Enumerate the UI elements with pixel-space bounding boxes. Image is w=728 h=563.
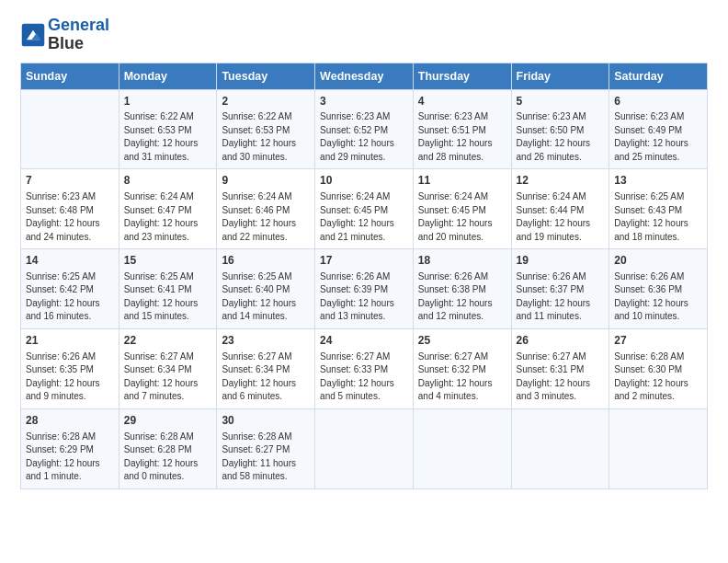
day-detail: Sunrise: 6:23 AM Sunset: 6:48 PM Dayligh… (26, 190, 114, 244)
day-number: 12 (517, 173, 605, 189)
day-number: 15 (124, 253, 212, 269)
calendar-week-row: 21Sunrise: 6:26 AM Sunset: 6:35 PM Dayli… (21, 328, 708, 408)
day-number: 24 (320, 333, 408, 349)
calendar-cell (511, 408, 609, 488)
day-detail: Sunrise: 6:23 AM Sunset: 6:52 PM Dayligh… (320, 110, 408, 164)
day-detail: Sunrise: 6:27 AM Sunset: 6:32 PM Dayligh… (418, 350, 506, 404)
day-number: 20 (614, 253, 702, 269)
day-number: 13 (614, 173, 702, 189)
day-number: 1 (124, 94, 212, 109)
logo-icon (20, 22, 46, 48)
calendar-cell: 27Sunrise: 6:28 AM Sunset: 6:30 PM Dayli… (609, 328, 708, 408)
calendar-cell: 13Sunrise: 6:25 AM Sunset: 6:43 PM Dayli… (609, 169, 708, 249)
day-detail: Sunrise: 6:26 AM Sunset: 6:35 PM Dayligh… (26, 350, 114, 404)
col-header-tuesday: Tuesday (217, 63, 315, 89)
day-number: 5 (517, 94, 605, 109)
day-detail: Sunrise: 6:25 AM Sunset: 6:43 PM Dayligh… (614, 190, 702, 244)
day-detail: Sunrise: 6:28 AM Sunset: 6:27 PM Dayligh… (222, 431, 310, 484)
col-header-sunday: Sunday (21, 63, 119, 89)
day-detail: Sunrise: 6:24 AM Sunset: 6:47 PM Dayligh… (124, 190, 212, 244)
calendar-cell: 21Sunrise: 6:26 AM Sunset: 6:35 PM Dayli… (21, 328, 119, 408)
day-number: 2 (222, 94, 310, 109)
calendar-cell: 1Sunrise: 6:22 AM Sunset: 6:53 PM Daylig… (119, 89, 217, 169)
day-detail: Sunrise: 6:24 AM Sunset: 6:45 PM Dayligh… (320, 190, 408, 244)
day-detail: Sunrise: 6:24 AM Sunset: 6:46 PM Dayligh… (222, 190, 310, 244)
calendar: SundayMondayTuesdayWednesdayThursdayFrid… (20, 63, 708, 489)
calendar-cell (413, 408, 511, 488)
day-detail: Sunrise: 6:28 AM Sunset: 6:29 PM Dayligh… (26, 431, 114, 484)
day-number: 17 (320, 253, 408, 269)
day-detail: Sunrise: 6:23 AM Sunset: 6:49 PM Dayligh… (614, 110, 702, 164)
day-detail: Sunrise: 6:23 AM Sunset: 6:50 PM Dayligh… (517, 110, 605, 164)
calendar-cell: 9Sunrise: 6:24 AM Sunset: 6:46 PM Daylig… (217, 169, 315, 249)
day-number: 6 (614, 94, 702, 109)
day-detail: Sunrise: 6:23 AM Sunset: 6:51 PM Dayligh… (418, 110, 506, 164)
calendar-cell (21, 89, 119, 169)
day-detail: Sunrise: 6:26 AM Sunset: 6:36 PM Dayligh… (614, 270, 702, 324)
day-number: 30 (222, 413, 310, 429)
logo: General Blue (20, 17, 109, 53)
calendar-week-row: 28Sunrise: 6:28 AM Sunset: 6:29 PM Dayli… (21, 408, 708, 488)
day-number: 29 (124, 413, 212, 429)
col-header-saturday: Saturday (609, 63, 708, 89)
day-detail: Sunrise: 6:26 AM Sunset: 6:37 PM Dayligh… (517, 270, 605, 324)
col-header-thursday: Thursday (413, 63, 511, 89)
day-detail: Sunrise: 6:25 AM Sunset: 6:42 PM Dayligh… (26, 270, 114, 324)
calendar-cell: 30Sunrise: 6:28 AM Sunset: 6:27 PM Dayli… (217, 408, 315, 488)
calendar-cell: 12Sunrise: 6:24 AM Sunset: 6:44 PM Dayli… (511, 169, 609, 249)
calendar-cell: 26Sunrise: 6:27 AM Sunset: 6:31 PM Dayli… (511, 328, 609, 408)
calendar-cell (609, 408, 708, 488)
day-number: 28 (26, 413, 114, 429)
calendar-cell: 10Sunrise: 6:24 AM Sunset: 6:45 PM Dayli… (315, 169, 414, 249)
page-header: General Blue (20, 17, 708, 53)
calendar-week-row: 7Sunrise: 6:23 AM Sunset: 6:48 PM Daylig… (21, 169, 708, 249)
day-number: 3 (320, 94, 408, 109)
calendar-cell: 25Sunrise: 6:27 AM Sunset: 6:32 PM Dayli… (413, 328, 511, 408)
calendar-cell: 7Sunrise: 6:23 AM Sunset: 6:48 PM Daylig… (21, 169, 119, 249)
day-number: 18 (418, 253, 506, 269)
day-number: 26 (517, 333, 605, 349)
day-number: 23 (222, 333, 310, 349)
day-number: 16 (222, 253, 310, 269)
day-detail: Sunrise: 6:27 AM Sunset: 6:34 PM Dayligh… (124, 350, 212, 404)
calendar-cell: 5Sunrise: 6:23 AM Sunset: 6:50 PM Daylig… (511, 89, 609, 169)
calendar-cell: 24Sunrise: 6:27 AM Sunset: 6:33 PM Dayli… (315, 328, 414, 408)
day-number: 19 (517, 253, 605, 269)
day-detail: Sunrise: 6:25 AM Sunset: 6:41 PM Dayligh… (124, 270, 212, 324)
day-number: 9 (222, 173, 310, 189)
day-detail: Sunrise: 6:26 AM Sunset: 6:39 PM Dayligh… (320, 270, 408, 324)
calendar-cell: 20Sunrise: 6:26 AM Sunset: 6:36 PM Dayli… (609, 249, 708, 329)
calendar-cell: 6Sunrise: 6:23 AM Sunset: 6:49 PM Daylig… (609, 89, 708, 169)
calendar-week-row: 1Sunrise: 6:22 AM Sunset: 6:53 PM Daylig… (21, 89, 708, 169)
calendar-cell: 22Sunrise: 6:27 AM Sunset: 6:34 PM Dayli… (119, 328, 217, 408)
calendar-cell: 2Sunrise: 6:22 AM Sunset: 6:53 PM Daylig… (217, 89, 315, 169)
day-detail: Sunrise: 6:22 AM Sunset: 6:53 PM Dayligh… (222, 110, 310, 164)
day-number: 21 (26, 333, 114, 349)
day-number: 4 (418, 94, 506, 109)
calendar-cell: 3Sunrise: 6:23 AM Sunset: 6:52 PM Daylig… (315, 89, 414, 169)
day-detail: Sunrise: 6:28 AM Sunset: 6:28 PM Dayligh… (124, 431, 212, 484)
day-number: 22 (124, 333, 212, 349)
day-number: 7 (26, 173, 114, 189)
calendar-cell: 8Sunrise: 6:24 AM Sunset: 6:47 PM Daylig… (119, 169, 217, 249)
day-detail: Sunrise: 6:27 AM Sunset: 6:34 PM Dayligh… (222, 350, 310, 404)
col-header-monday: Monday (119, 63, 217, 89)
calendar-cell: 17Sunrise: 6:26 AM Sunset: 6:39 PM Dayli… (315, 249, 414, 329)
day-detail: Sunrise: 6:26 AM Sunset: 6:38 PM Dayligh… (418, 270, 506, 324)
day-detail: Sunrise: 6:25 AM Sunset: 6:40 PM Dayligh… (222, 270, 310, 324)
calendar-cell (315, 408, 414, 488)
calendar-cell: 4Sunrise: 6:23 AM Sunset: 6:51 PM Daylig… (413, 89, 511, 169)
col-header-friday: Friday (511, 63, 609, 89)
calendar-cell: 28Sunrise: 6:28 AM Sunset: 6:29 PM Dayli… (21, 408, 119, 488)
day-number: 14 (26, 253, 114, 269)
day-number: 8 (124, 173, 212, 189)
calendar-cell: 16Sunrise: 6:25 AM Sunset: 6:40 PM Dayli… (217, 249, 315, 329)
day-detail: Sunrise: 6:24 AM Sunset: 6:44 PM Dayligh… (517, 190, 605, 244)
calendar-cell: 19Sunrise: 6:26 AM Sunset: 6:37 PM Dayli… (511, 249, 609, 329)
calendar-cell: 11Sunrise: 6:24 AM Sunset: 6:45 PM Dayli… (413, 169, 511, 249)
calendar-week-row: 14Sunrise: 6:25 AM Sunset: 6:42 PM Dayli… (21, 249, 708, 329)
day-number: 11 (418, 173, 506, 189)
calendar-cell: 29Sunrise: 6:28 AM Sunset: 6:28 PM Dayli… (119, 408, 217, 488)
day-detail: Sunrise: 6:27 AM Sunset: 6:33 PM Dayligh… (320, 350, 408, 404)
day-number: 25 (418, 333, 506, 349)
